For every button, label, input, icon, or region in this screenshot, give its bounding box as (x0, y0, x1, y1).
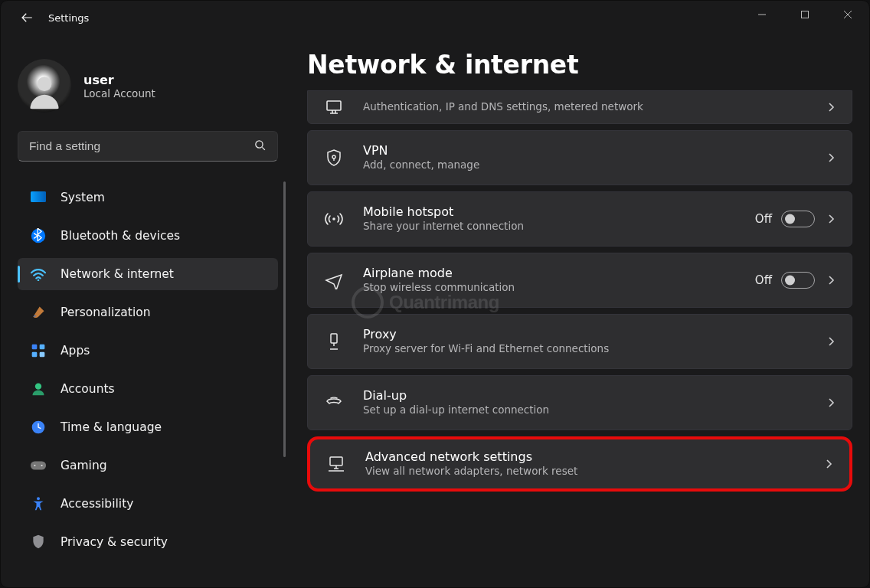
nav: System Bluetooth & devices Network & int… (18, 181, 289, 549)
hotspot-icon (323, 208, 345, 230)
setting-row-title: VPN (363, 143, 826, 158)
sidebar-item-accounts[interactable]: Accounts (18, 373, 278, 405)
wifi-icon (30, 266, 47, 283)
monitor-icon (30, 189, 47, 206)
shield-icon (30, 534, 47, 549)
svg-point-19 (332, 217, 335, 220)
sidebar-item-accessibility[interactable]: Accessibility (18, 488, 278, 520)
sidebar-item-gaming[interactable]: Gaming (18, 449, 278, 482)
setting-row-subtitle: Stop wireless communication (363, 281, 755, 295)
setting-row-subtitle: Authentication, IP and DNS settings, met… (363, 100, 826, 114)
sidebar-item-time-language[interactable]: Time & language (18, 411, 278, 443)
svg-rect-7 (32, 345, 38, 350)
svg-point-16 (37, 497, 40, 500)
avatar (18, 59, 71, 113)
mobile-hotspot-toggle[interactable] (781, 211, 815, 227)
setting-row-title: Proxy (363, 327, 826, 342)
minimize-button[interactable] (741, 1, 783, 28)
toggle-state-label: Off (755, 273, 772, 287)
setting-row-mobile-hotspot[interactable]: Mobile hotspot Share your internet conne… (307, 191, 852, 247)
chevron-right-icon (826, 152, 836, 163)
minimize-icon (757, 10, 767, 19)
maximize-icon (800, 10, 809, 19)
sidebar-item-network[interactable]: Network & internet (18, 258, 278, 290)
sidebar-item-personalization[interactable]: Personalization (18, 296, 278, 328)
svg-rect-9 (32, 352, 38, 358)
chevron-right-icon (826, 397, 836, 408)
vpn-shield-icon (323, 147, 345, 168)
sidebar-item-label: Bluetooth & devices (61, 229, 180, 243)
setting-row-dialup[interactable]: Dial-up Set up a dial-up internet connec… (307, 375, 852, 430)
settings-window: Settings user Local Account (0, 0, 870, 588)
proxy-icon (323, 331, 345, 352)
sidebar-item-label: Personalization (61, 305, 151, 319)
setting-row-subtitle: Proxy server for Wi-Fi and Ethernet conn… (363, 342, 826, 356)
svg-rect-0 (802, 11, 809, 18)
ethernet-icon (323, 96, 345, 118)
setting-row-advanced-network[interactable]: Advanced network settings View all netwo… (307, 436, 852, 492)
airplane-mode-toggle[interactable] (781, 272, 815, 289)
arrow-left-icon (20, 11, 34, 24)
svg-rect-4 (31, 191, 46, 202)
setting-row-ethernet[interactable]: Authentication, IP and DNS settings, met… (307, 90, 852, 124)
airplane-icon (323, 270, 345, 291)
profile-name: user (83, 73, 155, 87)
svg-rect-17 (327, 101, 341, 110)
close-button[interactable] (826, 1, 869, 28)
sidebar-item-label: Accessibility (61, 497, 133, 511)
titlebar: Settings (1, 1, 869, 34)
sidebar-item-system[interactable]: System (18, 181, 278, 214)
close-icon (843, 10, 852, 19)
svg-rect-10 (40, 352, 45, 358)
search-input[interactable] (29, 139, 253, 153)
chevron-right-icon (823, 459, 834, 469)
svg-rect-8 (40, 345, 45, 350)
setting-rows: Authentication, IP and DNS settings, met… (307, 90, 852, 492)
sidebar-item-label: System (61, 191, 105, 204)
paintbrush-icon (30, 304, 47, 321)
chevron-right-icon (826, 275, 836, 286)
sidebar-item-label: Gaming (61, 459, 107, 472)
setting-row-vpn[interactable]: VPN Add, connect, manage (307, 130, 852, 185)
setting-row-proxy[interactable]: Proxy Proxy server for Wi-Fi and Etherne… (307, 314, 852, 369)
toggle-state-label: Off (755, 212, 772, 226)
setting-row-subtitle: Share your internet connection (363, 220, 755, 234)
setting-row-subtitle: Set up a dial-up internet connection (363, 403, 826, 417)
window-controls (741, 1, 869, 28)
setting-row-airplane-mode[interactable]: Airplane mode Stop wireless communicatio… (307, 253, 852, 308)
svg-point-18 (332, 155, 335, 158)
person-icon (30, 381, 47, 397)
sidebar-item-bluetooth[interactable]: Bluetooth & devices (18, 220, 278, 252)
svg-point-1 (38, 77, 52, 91)
search-icon (253, 139, 267, 154)
svg-point-6 (38, 279, 40, 281)
maximize-button[interactable] (783, 1, 826, 28)
setting-row-title: Airplane mode (363, 266, 755, 281)
sidebar-item-apps[interactable]: Apps (18, 335, 278, 367)
bluetooth-icon (30, 227, 47, 244)
clock-globe-icon (30, 419, 47, 436)
sidebar-item-label: Network & internet (61, 267, 174, 281)
setting-row-title: Advanced network settings (365, 449, 823, 465)
search-box[interactable] (18, 131, 278, 162)
back-button[interactable] (16, 7, 38, 28)
svg-point-11 (35, 384, 41, 390)
svg-rect-20 (331, 334, 337, 343)
dialup-phone-icon (323, 392, 345, 413)
setting-row-subtitle: Add, connect, manage (363, 158, 826, 172)
gamepad-icon (30, 457, 47, 474)
profile-block[interactable]: user Local Account (18, 59, 284, 113)
sidebar-item-label: Apps (61, 344, 90, 358)
advanced-network-icon (325, 453, 347, 475)
svg-rect-21 (330, 457, 342, 466)
sidebar-item-privacy[interactable]: Privacy & security (18, 526, 278, 549)
chevron-right-icon (826, 336, 836, 347)
accessibility-icon (30, 495, 47, 512)
setting-row-subtitle: View all network adapters, network reset (365, 465, 823, 479)
svg-point-14 (34, 465, 35, 466)
svg-rect-13 (31, 462, 46, 470)
apps-icon (30, 342, 47, 359)
app-title: Settings (48, 12, 89, 24)
svg-point-15 (41, 465, 42, 466)
sidebar-scrollbar[interactable] (283, 181, 286, 457)
